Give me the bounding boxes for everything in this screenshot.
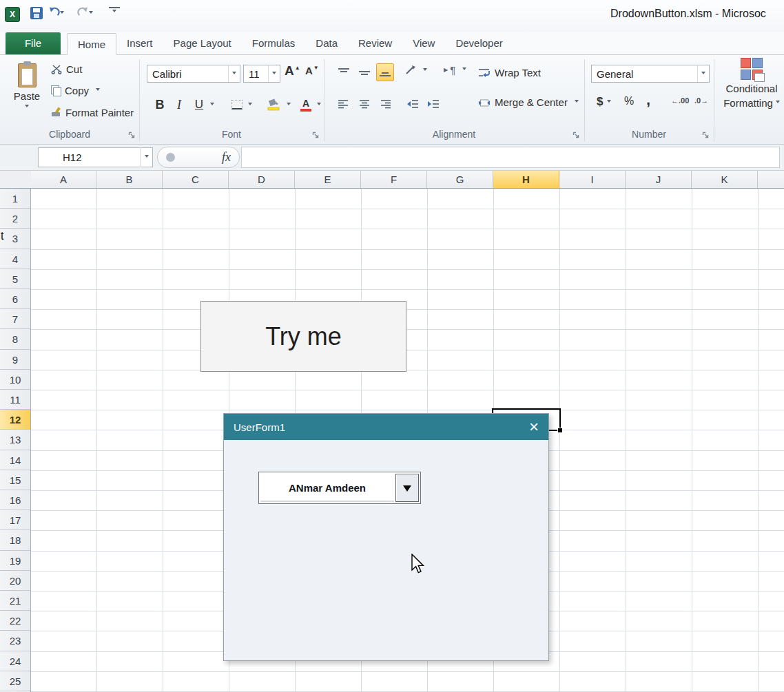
align-bottom-button[interactable] bbox=[376, 63, 394, 81]
tab-developer[interactable]: Developer bbox=[445, 32, 513, 54]
conditional-formatting-button[interactable]: Conditional Formatting bbox=[721, 58, 783, 108]
row-header[interactable]: 11 bbox=[0, 390, 30, 410]
column-header[interactable]: C bbox=[163, 171, 229, 188]
name-box[interactable]: H12 bbox=[38, 147, 153, 167]
chevron-down-icon[interactable] bbox=[89, 11, 93, 16]
font-name-select[interactable]: Calibri bbox=[147, 65, 240, 83]
column-header[interactable]: A bbox=[31, 171, 96, 188]
dialog-launcher-icon[interactable] bbox=[702, 132, 710, 139]
chevron-down-icon[interactable] bbox=[228, 65, 240, 82]
formula-input[interactable] bbox=[241, 147, 780, 168]
shrink-font-button[interactable]: A▼ bbox=[305, 65, 319, 76]
insert-function-button[interactable]: fx bbox=[222, 150, 231, 165]
row-header[interactable]: 10 bbox=[0, 370, 30, 390]
combobox-value[interactable]: ANmar Amdeen bbox=[260, 474, 394, 502]
row-header[interactable]: 13 bbox=[0, 430, 30, 450]
font-color-button[interactable]: A bbox=[298, 95, 314, 114]
merge-center-button[interactable]: Merge & Center bbox=[478, 96, 579, 108]
redo-button[interactable] bbox=[77, 7, 93, 17]
column-header[interactable]: H bbox=[493, 171, 559, 188]
dialog-launcher-icon[interactable] bbox=[128, 132, 136, 139]
align-middle-button[interactable] bbox=[355, 63, 373, 81]
row-header[interactable]: 14 bbox=[0, 450, 30, 470]
row-header[interactable]: 23 bbox=[0, 631, 30, 651]
cut-button[interactable]: Cut bbox=[51, 63, 82, 75]
try-me-button[interactable]: Try me bbox=[200, 301, 406, 372]
tab-file[interactable]: File bbox=[6, 32, 61, 54]
column-header[interactable]: F bbox=[361, 171, 427, 188]
combobox-dropdown-button[interactable] bbox=[395, 474, 419, 502]
copy-button[interactable]: Copy bbox=[51, 85, 100, 96]
column-header[interactable]: J bbox=[626, 171, 692, 188]
row-header[interactable]: 8 bbox=[0, 329, 30, 349]
tab-formulas[interactable]: Formulas bbox=[242, 32, 306, 54]
row-header[interactable]: 7 bbox=[0, 309, 30, 329]
chevron-down-icon[interactable] bbox=[60, 11, 64, 16]
userform-title-bar[interactable]: UserForm1 × bbox=[224, 414, 548, 440]
paste-button[interactable]: Paste bbox=[7, 59, 47, 127]
row-header[interactable]: 1 bbox=[0, 189, 30, 209]
undo-button[interactable] bbox=[48, 7, 64, 17]
align-right-button[interactable] bbox=[376, 95, 394, 113]
qat-customize-button[interactable] bbox=[109, 7, 120, 17]
row-header[interactable]: 22 bbox=[0, 611, 30, 631]
row-header[interactable]: 5 bbox=[0, 269, 30, 289]
row-header[interactable]: 6 bbox=[0, 289, 30, 309]
row-header[interactable]: 9 bbox=[0, 350, 30, 370]
close-icon[interactable]: × bbox=[529, 420, 539, 434]
borders-button[interactable] bbox=[229, 95, 245, 114]
bold-button[interactable]: B bbox=[151, 95, 169, 114]
row-header[interactable]: 19 bbox=[0, 551, 30, 571]
save-button[interactable] bbox=[30, 7, 43, 19]
decrease-decimal-button[interactable]: .0→ bbox=[694, 96, 708, 105]
chevron-down-icon[interactable] bbox=[268, 65, 280, 82]
percent-style-button[interactable]: % bbox=[624, 95, 634, 107]
column-header[interactable]: I bbox=[559, 171, 626, 188]
tab-insert[interactable]: Insert bbox=[116, 32, 163, 54]
borders-dropdown[interactable] bbox=[245, 95, 255, 114]
fill-color-button[interactable] bbox=[265, 95, 282, 114]
align-left-button[interactable] bbox=[335, 95, 353, 113]
row-header[interactable]: 25 bbox=[0, 671, 30, 691]
number-format-select[interactable]: General bbox=[591, 65, 710, 83]
row-header[interactable]: 18 bbox=[0, 530, 30, 550]
column-header[interactable]: D bbox=[229, 171, 295, 188]
grow-font-button[interactable]: A▲ bbox=[285, 63, 300, 78]
comma-style-button[interactable]: , bbox=[646, 91, 650, 109]
wrap-text-button[interactable]: Wrap Text bbox=[478, 67, 541, 78]
increase-decimal-button[interactable]: ←.00 bbox=[671, 96, 689, 105]
row-header[interactable]: 24 bbox=[0, 651, 30, 671]
row-header[interactable]: 2 bbox=[0, 209, 30, 229]
text-direction-button[interactable]: ▶ ¶ bbox=[444, 64, 466, 76]
row-header[interactable]: 4 bbox=[0, 249, 30, 269]
dialog-launcher-icon[interactable] bbox=[572, 132, 580, 139]
row-header[interactable]: 12 bbox=[0, 410, 30, 430]
tab-data[interactable]: Data bbox=[305, 32, 348, 54]
accounting-format-button[interactable]: $ bbox=[597, 95, 611, 109]
tab-review[interactable]: Review bbox=[348, 32, 402, 54]
align-top-button[interactable] bbox=[335, 63, 353, 81]
orientation-button[interactable] bbox=[404, 65, 427, 76]
dialog-launcher-icon[interactable] bbox=[312, 132, 320, 139]
row-header[interactable]: 17 bbox=[0, 510, 30, 530]
format-painter-button[interactable]: Format Painter bbox=[51, 107, 134, 118]
row-header[interactable]: 21 bbox=[0, 591, 30, 611]
row-header[interactable]: 16 bbox=[0, 490, 30, 510]
row-header[interactable]: 15 bbox=[0, 470, 30, 490]
decrease-indent-button[interactable] bbox=[404, 95, 422, 113]
increase-indent-button[interactable] bbox=[424, 95, 442, 113]
align-center-button[interactable] bbox=[355, 95, 373, 113]
column-header[interactable]: E bbox=[295, 171, 361, 188]
font-size-select[interactable]: 11 bbox=[243, 65, 280, 83]
name-box-dropdown[interactable] bbox=[140, 147, 153, 167]
italic-button[interactable]: I bbox=[172, 95, 187, 114]
column-header[interactable]: G bbox=[427, 171, 493, 188]
chevron-down-icon[interactable] bbox=[697, 65, 709, 82]
row-header[interactable]: 3 bbox=[0, 229, 30, 249]
underline-button[interactable]: U bbox=[191, 95, 207, 114]
column-header[interactable]: B bbox=[96, 171, 163, 188]
combobox[interactable]: ANmar Amdeen bbox=[258, 472, 421, 504]
tab-home[interactable]: Home bbox=[67, 33, 116, 55]
font-color-dropdown[interactable] bbox=[314, 95, 324, 114]
tab-view[interactable]: View bbox=[402, 32, 445, 54]
